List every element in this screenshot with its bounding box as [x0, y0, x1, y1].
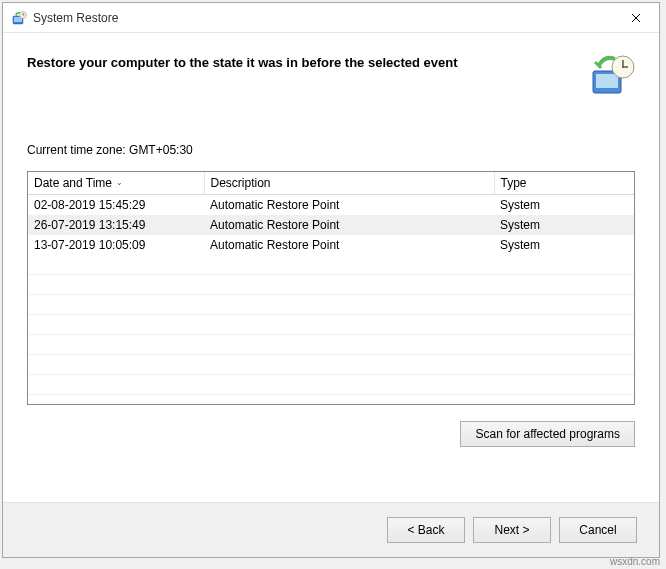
empty-row	[28, 335, 634, 355]
column-datetime[interactable]: Date and Time⌄	[28, 172, 204, 195]
titlebar: System Restore	[3, 3, 659, 33]
cell-datetime: 13-07-2019 10:05:09	[28, 235, 204, 255]
header-section: Restore your computer to the state it wa…	[3, 33, 659, 113]
cancel-button[interactable]: Cancel	[559, 517, 637, 543]
wizard-footer: < Back Next > Cancel	[3, 502, 659, 557]
empty-row	[28, 275, 634, 295]
cell-description: Automatic Restore Point	[204, 215, 494, 235]
column-datetime-label: Date and Time	[34, 176, 112, 190]
scan-affected-programs-button[interactable]: Scan for affected programs	[460, 421, 635, 447]
table-row[interactable]: 26-07-2019 13:15:49Automatic Restore Poi…	[28, 215, 634, 235]
system-restore-icon	[11, 10, 27, 26]
cell-description: Automatic Restore Point	[204, 195, 494, 215]
empty-row	[28, 395, 634, 406]
table-row[interactable]: 13-07-2019 10:05:09Automatic Restore Poi…	[28, 235, 634, 255]
cell-datetime: 02-08-2019 15:45:29	[28, 195, 204, 215]
cell-type: System	[494, 235, 634, 255]
empty-row	[28, 375, 634, 395]
window-title: System Restore	[33, 11, 615, 25]
next-button[interactable]: Next >	[473, 517, 551, 543]
timezone-label: Current time zone: GMT+05:30	[27, 143, 635, 157]
empty-row	[28, 255, 634, 275]
table-row[interactable]: 02-08-2019 15:45:29Automatic Restore Poi…	[28, 195, 634, 215]
column-description-label: Description	[211, 176, 271, 190]
scan-button-row: Scan for affected programs	[27, 421, 635, 447]
cell-type: System	[494, 215, 634, 235]
cell-description: Automatic Restore Point	[204, 235, 494, 255]
empty-row	[28, 315, 634, 335]
close-button[interactable]	[615, 4, 657, 32]
empty-row	[28, 355, 634, 375]
cell-type: System	[494, 195, 634, 215]
cell-datetime: 26-07-2019 13:15:49	[28, 215, 204, 235]
sort-indicator-icon: ⌄	[116, 178, 123, 187]
column-type[interactable]: Type	[494, 172, 634, 195]
content-area: Current time zone: GMT+05:30 Date and Ti…	[3, 113, 659, 502]
column-type-label: Type	[501, 176, 527, 190]
table-header-row: Date and Time⌄ Description Type	[28, 172, 634, 195]
restore-points-table: Date and Time⌄ Description Type 02-08-20…	[27, 171, 635, 405]
column-description[interactable]: Description	[204, 172, 494, 195]
watermark: wsxdn.com	[610, 556, 660, 567]
system-restore-window: System Restore Restore your computer to …	[2, 2, 660, 558]
empty-row	[28, 295, 634, 315]
svg-rect-5	[596, 74, 618, 88]
back-button[interactable]: < Back	[387, 517, 465, 543]
restore-header-icon	[587, 51, 635, 99]
page-heading: Restore your computer to the state it wa…	[27, 51, 458, 70]
